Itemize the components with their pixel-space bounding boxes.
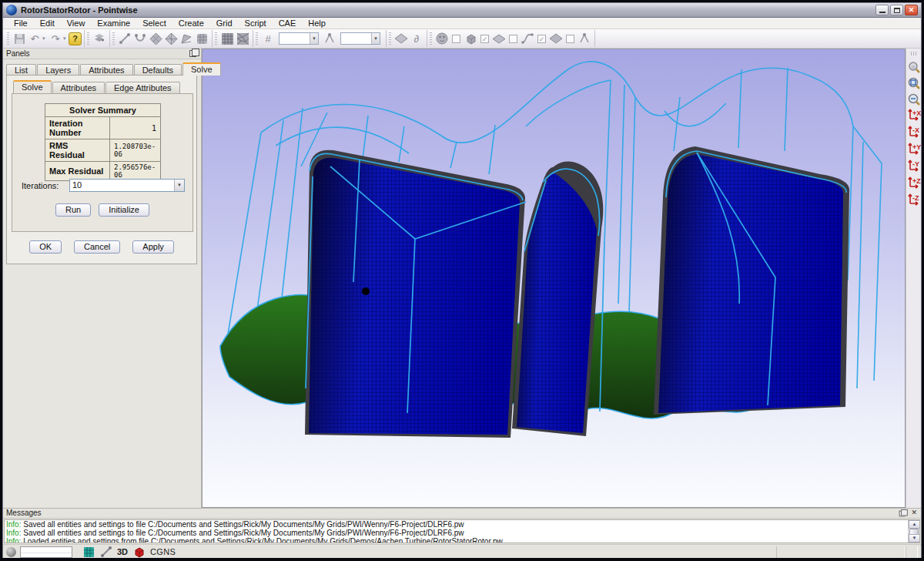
redo-icon[interactable]: ↷ (48, 31, 63, 46)
run-button[interactable]: Run (55, 203, 91, 217)
grid-entity-icon[interactable] (194, 31, 209, 46)
mask-face-checkbox[interactable] (452, 35, 460, 43)
curve-icon[interactable] (132, 31, 148, 46)
mask-database-checkbox[interactable] (566, 35, 574, 43)
iterations-combo-arrow-icon[interactable]: ▼ (174, 180, 184, 191)
unstructured-grid-icon[interactable] (235, 31, 250, 46)
mask-block-icon[interactable] (463, 31, 478, 46)
mask-database-icon[interactable] (548, 31, 564, 46)
status-connector-icon (101, 546, 112, 557)
connector-icon[interactable] (117, 31, 132, 46)
mask-connector-icon[interactable] (520, 31, 535, 46)
menu-file[interactable]: File (8, 18, 34, 28)
close-button[interactable]: ✕ (905, 5, 918, 15)
mask-face-icon[interactable] (434, 31, 450, 46)
view-minus-y-button[interactable]: -Y (907, 158, 921, 175)
view-minus-z-button[interactable]: -Z (907, 192, 921, 209)
minimize-button[interactable] (875, 5, 889, 15)
view-toolbar: ◎ +X -X +Y -Y +Z -Z (906, 49, 921, 508)
layer-stack-icon[interactable] (92, 31, 107, 46)
restore-button[interactable] (890, 5, 903, 15)
cancel-button[interactable]: Cancel (74, 240, 120, 254)
max-residual-label: Max Residual (45, 162, 110, 181)
help-icon[interactable]: ? (69, 32, 82, 45)
extrude-fan-icon[interactable] (179, 31, 194, 46)
menu-edit[interactable]: Edit (34, 18, 61, 28)
mask-spacing-icon[interactable] (577, 31, 592, 46)
toolbar-grip[interactable] (911, 52, 917, 55)
undo-dropdown-icon[interactable]: ▾ (42, 35, 48, 42)
spacing-combobox[interactable]: ▼ (340, 32, 380, 45)
dimension-hash-icon[interactable]: # (260, 31, 276, 46)
tab-layers[interactable]: Layers (37, 64, 79, 76)
iterations-row: Iterations: 10 ▼ (22, 179, 185, 192)
mask-domain-checkbox[interactable] (509, 35, 517, 43)
table-row: Iteration Number 1 (45, 117, 161, 139)
messages-float-icon[interactable] (899, 511, 906, 517)
menu-create[interactable]: Create (172, 18, 210, 28)
orient-icon[interactable] (393, 31, 409, 46)
tab-solve[interactable]: Solve (182, 62, 221, 76)
save-icon[interactable] (12, 31, 27, 46)
log-line: Info: Saved all entities and settings to… (5, 520, 919, 529)
tab-attributes[interactable]: Attributes (80, 64, 132, 76)
dimension-toolbar-group: # ▼ ▼ (253, 30, 387, 47)
dimension-combo-arrow-icon[interactable]: ▼ (310, 33, 318, 44)
structured-grid-icon[interactable] (219, 31, 235, 46)
initialize-button[interactable]: Initialize (99, 203, 149, 217)
view-minus-x-button[interactable]: -X (907, 124, 921, 141)
mask-domain-icon[interactable] (491, 31, 507, 46)
subtab-solve[interactable]: Solve (13, 80, 52, 93)
tab-defaults[interactable]: Defaults (134, 64, 182, 76)
subtab-attributes[interactable]: Attributes (52, 82, 105, 93)
partial-derivative-icon[interactable]: ∂ (409, 31, 424, 46)
mask-block-checkbox[interactable]: ✓ (480, 35, 489, 43)
dimension-combobox[interactable]: ▼ (279, 32, 319, 45)
ok-button[interactable]: OK (29, 240, 62, 254)
table-row: Max Residual 2.956576e-06 (45, 162, 161, 181)
dock-float-icon[interactable] (189, 50, 196, 57)
log-line: Info: Saved all entities and settings to… (5, 529, 919, 537)
spacing-angle-icon[interactable] (322, 31, 337, 46)
menu-select[interactable]: Select (136, 18, 172, 28)
zoom-out-icon[interactable] (907, 91, 921, 107)
tab-list[interactable]: List (6, 64, 36, 76)
zoom-extents-icon[interactable] (907, 75, 921, 91)
menu-examine[interactable]: Examine (91, 18, 136, 28)
domain-icon[interactable] (148, 31, 163, 46)
view-plus-y-button[interactable]: +Y (907, 141, 921, 158)
app-window: RotorStatorRotor - Pointwise ✕ File Edit… (2, 2, 922, 558)
undo-icon[interactable]: ↶ (27, 31, 42, 46)
viewport-3d[interactable] (202, 49, 906, 508)
turbine-grid-scene (203, 49, 905, 507)
layers-toolbar-group (85, 30, 110, 47)
scroll-down-icon[interactable]: ▼ (909, 534, 920, 543)
view-plus-z-button[interactable]: +Z (907, 175, 921, 192)
spacing-combo-arrow-icon[interactable]: ▼ (371, 33, 380, 44)
menu-grid[interactable]: Grid (210, 18, 239, 28)
menu-help[interactable]: Help (302, 18, 332, 28)
subtab-edge-attributes[interactable]: Edge Attributes (105, 82, 180, 93)
menu-view[interactable]: View (61, 18, 92, 28)
svg-text:-Y: -Y (912, 160, 919, 168)
scroll-up-icon[interactable]: ▲ (909, 520, 920, 529)
mask-connector-checkbox[interactable]: ✓ (537, 35, 546, 43)
iteration-number-value: 1 (110, 117, 161, 139)
status-led-icon (6, 547, 16, 557)
redo-dropdown-icon[interactable]: ▾ (63, 35, 69, 42)
panel-tabs: List Layers Attributes Defaults Solve (6, 62, 222, 76)
view-plus-x-button[interactable]: +X (907, 107, 921, 124)
apply-button[interactable]: Apply (132, 240, 174, 254)
iterations-value: 10 (72, 180, 82, 190)
messages-close-icon[interactable]: ✕ (911, 509, 917, 516)
iterations-combobox[interactable]: 10 ▼ (69, 179, 185, 192)
messages-log[interactable]: Info: Saved all entities and settings to… (4, 519, 920, 543)
zoom-pointer-icon[interactable]: ◎ (907, 59, 921, 75)
status-progress-field (20, 546, 72, 558)
menu-script[interactable]: Script (239, 18, 273, 28)
main-toolbar: ↶▾ ↷▾ ? (3, 29, 921, 49)
menu-cae[interactable]: CAE (273, 18, 303, 28)
svg-text:+Y: +Y (912, 143, 921, 151)
messages-scrollbar[interactable]: ▲ ▼ (908, 520, 919, 543)
block-icon[interactable] (163, 31, 179, 46)
